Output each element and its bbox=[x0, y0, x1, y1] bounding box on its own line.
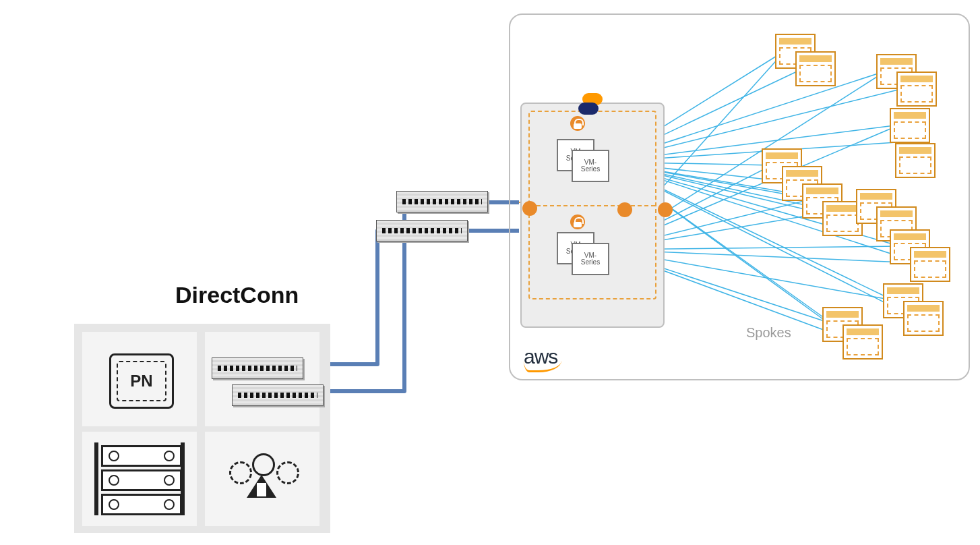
rack-unit-3 bbox=[101, 494, 182, 515]
vm-box-bot-front: VM- Series bbox=[572, 243, 609, 275]
spokes-label: Spokes bbox=[746, 325, 791, 341]
spoke-vpc-icon bbox=[895, 143, 936, 178]
peering-node-1-icon bbox=[617, 202, 632, 217]
onprem-datacenter: PN bbox=[74, 324, 330, 533]
padlock-top-icon bbox=[570, 116, 585, 131]
padlock-bottom-icon bbox=[570, 214, 585, 229]
onprem-cell-users bbox=[205, 432, 319, 526]
spoke-vpc-icon bbox=[896, 71, 937, 107]
spoke-vpc-icon bbox=[903, 301, 944, 336]
directconn-label: DirectConn bbox=[175, 282, 299, 308]
vm-pair-bottom: VM Series VM- Series bbox=[557, 232, 611, 272]
tie-icon bbox=[257, 483, 266, 496]
spoke-vpc-icon bbox=[910, 247, 950, 282]
spoke-vpc-icon bbox=[795, 51, 836, 86]
rack-post-left bbox=[94, 442, 98, 515]
aws-logo-smile-icon bbox=[524, 361, 561, 372]
hub-vpc: VM Series VM- Series VM Series VM- Serie… bbox=[520, 103, 665, 328]
edge-switch-1-icon bbox=[396, 191, 488, 212]
person-center-head-icon bbox=[252, 453, 275, 476]
onprem-cell-servers bbox=[82, 432, 197, 526]
rack-unit-1 bbox=[101, 445, 182, 467]
internet-gateway-left-icon bbox=[522, 201, 537, 216]
onprem-switch-1-icon bbox=[212, 357, 303, 379]
vm-pair-top: VM Series VM- Series bbox=[557, 139, 611, 179]
pn-box-icon: PN bbox=[109, 353, 174, 409]
onprem-cell-pn: PN bbox=[82, 332, 197, 426]
onprem-cell-switches bbox=[205, 332, 319, 426]
spoke-vpc-icon bbox=[890, 108, 930, 143]
vm-box-top-front: VM- Series bbox=[572, 150, 609, 182]
person-right-icon bbox=[276, 461, 299, 484]
spoke-vpc-icon bbox=[843, 324, 883, 360]
hub-midline bbox=[530, 205, 655, 206]
rack-unit-2 bbox=[101, 469, 182, 491]
edge-switch-2-icon bbox=[376, 220, 468, 241]
pn-box-label: PN bbox=[117, 361, 166, 401]
onprem-switch-2-icon bbox=[232, 384, 324, 406]
hub-az-dash: VM Series VM- Series VM Series VM- Serie… bbox=[528, 111, 656, 299]
panorama-cloud-icon bbox=[578, 103, 599, 115]
peering-node-2-icon bbox=[658, 202, 673, 217]
